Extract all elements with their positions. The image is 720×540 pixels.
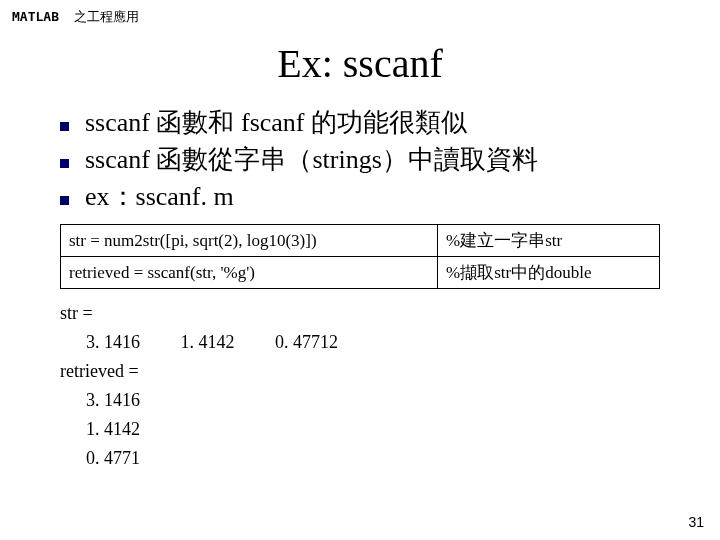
output-value: 0. 4771 [60, 448, 660, 469]
table-row: retrieved = sscanf(str, '%g') %擷取str中的do… [61, 257, 660, 289]
brand-label: MATLAB [12, 9, 59, 24]
bullet-text: sscanf 函數從字串（strings）中讀取資料 [85, 142, 538, 177]
output-value: 0. 47712 [275, 332, 338, 352]
code-table: str = num2str([pi, sqrt(2), log10(3)]) %… [60, 224, 660, 289]
bullet-text: ex：sscanf. m [85, 179, 234, 214]
bullet-item: sscanf 函數和 fscanf 的功能很類似 [60, 105, 680, 140]
code-cell: retrieved = sscanf(str, '%g') [61, 257, 438, 289]
bullet-icon [60, 159, 69, 168]
bullet-item: sscanf 函數從字串（strings）中讀取資料 [60, 142, 680, 177]
page-number: 31 [688, 514, 704, 530]
output-value: 1. 4142 [181, 332, 235, 352]
bullet-icon [60, 196, 69, 205]
comment-cell: %擷取str中的double [438, 257, 660, 289]
output-block: str = 3. 1416 1. 4142 0. 47712 retrieved… [0, 289, 720, 469]
output-label-retrieved: retrieved = [60, 361, 660, 382]
table-row: str = num2str([pi, sqrt(2), log10(3)]) %… [61, 225, 660, 257]
header: MATLAB 之工程應用 [0, 0, 720, 34]
output-row-str: 3. 1416 1. 4142 0. 47712 [60, 332, 660, 353]
slide-title: Ex: sscanf [0, 40, 720, 87]
header-subtitle: 之工程應用 [74, 9, 139, 24]
code-cell: str = num2str([pi, sqrt(2), log10(3)]) [61, 225, 438, 257]
bullet-text: sscanf 函數和 fscanf 的功能很類似 [85, 105, 467, 140]
bullet-item: ex：sscanf. m [60, 179, 680, 214]
output-value: 1. 4142 [60, 419, 660, 440]
comment-cell: %建立一字串str [438, 225, 660, 257]
output-value: 3. 1416 [86, 332, 140, 352]
bullet-icon [60, 122, 69, 131]
output-value: 3. 1416 [60, 390, 660, 411]
output-label-str: str = [60, 303, 660, 324]
bullet-list: sscanf 函數和 fscanf 的功能很類似 sscanf 函數從字串（st… [0, 105, 720, 214]
